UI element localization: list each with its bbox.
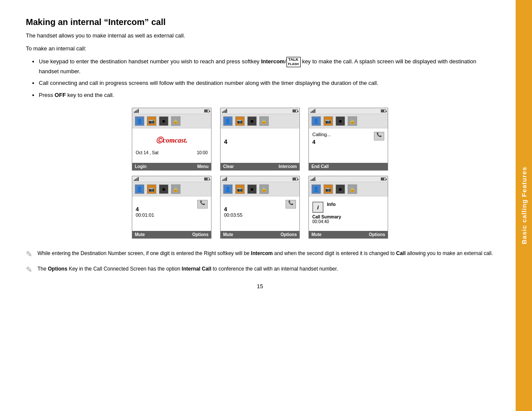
message-icon-2: ■ — [247, 116, 257, 126]
status-bar-1 — [132, 108, 211, 114]
status-bar-3 — [309, 108, 388, 114]
call-status-icon-5: 📞 — [286, 200, 296, 209]
contacts-icon: 👤 — [135, 116, 144, 126]
softkey-right-1: Menu — [197, 164, 208, 169]
screens-row-2: 👤 📷 ■ 🔒 📞 4 00:01:01 Mute Options — [132, 176, 388, 239]
softkey-right-4: Options — [192, 232, 208, 237]
number-display-5: 4 — [224, 200, 296, 212]
signal-icon-2 — [222, 109, 227, 113]
message-icon-3: ■ — [336, 116, 345, 126]
softkey-right-2: Intercom — [279, 164, 297, 169]
camera-icon-3: 📷 — [324, 116, 333, 126]
screen-body-5: 📞 4 00:03:55 — [221, 196, 299, 231]
status-bar-6 — [309, 176, 388, 182]
bullet-list: Use keypad to enter the destination hand… — [39, 57, 494, 99]
comcast-text: Ⓒcomcast. — [156, 137, 187, 144]
phone-screen-2: 👤 📷 ■ 🔒 4 Clear Intercom — [220, 108, 300, 171]
status-left-5 — [222, 177, 227, 181]
contacts-icon-3: 👤 — [311, 116, 321, 126]
notes-section: ✎ While entering the Destination Number … — [26, 249, 494, 274]
icon-bar-5: 👤 📷 ■ 🔒 — [221, 182, 299, 196]
bullet-item-1: Use keypad to enter the destination hand… — [39, 57, 494, 75]
status-bar-5 — [221, 176, 299, 182]
note-text-2: The Options Key in the Call Connected Sc… — [37, 265, 338, 273]
phone-screen-4: 👤 📷 ■ 🔒 📞 4 00:01:01 Mute Options — [132, 176, 212, 239]
softkey-right-5: Options — [280, 232, 297, 237]
status-bar-4 — [132, 176, 211, 182]
date-time-row: Oct 14 , Sat 10:00 — [136, 149, 208, 156]
number-display-4: 4 — [136, 200, 208, 212]
contacts-icon-2: 👤 — [223, 116, 233, 126]
timer-display-4: 00:01:01 — [136, 212, 208, 218]
message-icon-4: ■ — [159, 184, 168, 194]
message-icon-5: ■ — [247, 184, 257, 194]
lock-icon-4: 🔒 — [171, 184, 180, 194]
status-right-6 — [381, 177, 386, 181]
camera-icon: 📷 — [147, 116, 156, 126]
screens-container: 👤 📷 ■ 🔒 Ⓒcomcast. Oct 14 , Sat 10:00 Log… — [26, 108, 494, 239]
softkey-left-2: Clear — [223, 164, 234, 169]
battery-icon-3 — [381, 109, 386, 112]
softkey-right-6: Options — [369, 232, 385, 237]
main-content: Making an internal “Intercom” call The h… — [0, 0, 516, 411]
status-bar-2 — [221, 108, 299, 114]
message-icon-6: ■ — [336, 184, 345, 194]
info-icon: i — [312, 202, 324, 213]
lock-icon-6: 🔒 — [348, 184, 357, 194]
calling-text: Calling... — [312, 132, 384, 137]
status-right-1 — [204, 109, 209, 112]
softkeys-3: End Call — [309, 163, 388, 170]
signal-icon-6 — [311, 177, 315, 181]
page-number: 15 — [26, 283, 494, 290]
intro-line1: The handset allows you to make internal … — [26, 31, 494, 40]
note-item-2: ✎ The Options Key in the Call Connected … — [26, 265, 494, 274]
status-left-3 — [311, 109, 315, 113]
status-left-4 — [134, 177, 139, 181]
intro-line2: To make an internal call: — [26, 44, 494, 53]
status-right-4 — [204, 177, 209, 181]
sidebar-label: Basic calling Features — [520, 167, 528, 244]
camera-icon-5: 📷 — [235, 184, 245, 194]
camera-icon-6: 📷 — [324, 184, 333, 194]
status-right-2 — [292, 109, 298, 112]
camera-icon-2: 📷 — [235, 116, 245, 126]
softkeys-2: Clear Intercom — [221, 163, 299, 170]
time-display: 10:00 — [197, 150, 208, 155]
contacts-icon-4: 👤 — [135, 184, 144, 194]
icon-bar-4: 👤 📷 ■ 🔒 — [132, 182, 211, 196]
contacts-icon-6: 👤 — [311, 184, 321, 194]
call-summary: Call Summary 00:04:40 — [312, 215, 384, 224]
bullet-item-3: Press OFF key to end the call. — [39, 91, 494, 100]
battery-icon-6 — [381, 177, 386, 181]
lock-icon-3: 🔒 — [348, 116, 357, 126]
screen-body-4: 📞 4 00:01:01 — [132, 196, 211, 231]
softkeys-6: Mute Options — [309, 231, 388, 238]
sidebar: Basic calling Features — [516, 0, 532, 411]
page-title: Making an internal “Intercom” call — [26, 17, 494, 27]
signal-icon-1 — [134, 109, 139, 113]
signal-icon-5 — [222, 177, 227, 181]
info-box: i Info — [312, 200, 384, 213]
softkey-left-5: Mute — [223, 232, 233, 237]
screen-body-6: i Info Call Summary 00:04:40 — [309, 196, 388, 231]
screen-body-3: 📞 Calling... 4 — [309, 128, 388, 163]
summary-title: Call Summary — [312, 215, 384, 219]
softkeys-5: Mute Options — [221, 231, 299, 238]
icon-bar-3: 👤 📷 ■ 🔒 — [309, 114, 388, 128]
battery-icon-1 — [204, 109, 209, 112]
screen-body-2: 4 — [221, 128, 299, 163]
timer-display-5: 00:03:55 — [224, 212, 296, 218]
comcast-logo: Ⓒcomcast. — [136, 136, 208, 145]
battery-icon-4 — [204, 177, 209, 181]
date-display: Oct 14 , Sat — [136, 150, 159, 155]
status-right-3 — [381, 109, 386, 112]
camera-icon-4: 📷 — [147, 184, 156, 194]
battery-icon-5 — [292, 177, 298, 181]
message-icon: ■ — [159, 116, 168, 126]
status-left-2 — [222, 109, 227, 113]
status-right-5 — [292, 177, 298, 181]
note-item-1: ✎ While entering the Destination Number … — [26, 249, 494, 259]
lock-icon-5: 🔒 — [259, 184, 269, 194]
call-status-icon-3: 📞 — [374, 132, 384, 140]
talk-key-icon: TALKFLASH — [286, 57, 301, 67]
